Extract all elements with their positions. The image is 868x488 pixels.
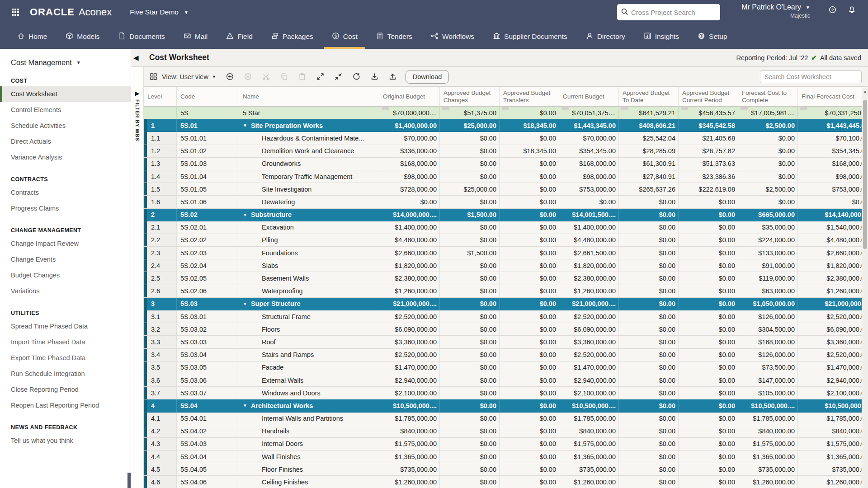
- cell-approved-budget-transfers[interactable]: $0.00: [500, 209, 559, 221]
- tree-collapse-icon[interactable]: ▼: [243, 301, 247, 306]
- cell-level[interactable]: 4.5: [144, 463, 177, 476]
- cell-forecast-cost-to-complete[interactable]: $147,000.00: [738, 374, 798, 387]
- table-row-5S.04.04[interactable]: 4.45S.04.04Wall Finishes$1,365,000.00$0.…: [144, 450, 868, 463]
- cell-approved-budget-changes[interactable]: $0.00: [440, 145, 500, 158]
- cell-approved-budget-changes[interactable]: $0.00: [440, 196, 500, 208]
- cell-approved-budget-current-period[interactable]: $345,542.58: [679, 119, 738, 132]
- cell-final-forecast-cost[interactable]: $10,500,000..: [798, 399, 868, 412]
- nav-item-directory[interactable]: Directory: [586, 24, 625, 49]
- column-header-forecast-cost-to-complete[interactable]: Forecast Cost to Complete: [738, 86, 798, 107]
- cell-approved-budget-current-period[interactable]: $0.00: [679, 209, 738, 221]
- cell-approved-budget-changes[interactable]: $25,000.00: [440, 183, 500, 196]
- cell-approved-budget-to-date[interactable]: $0.00: [619, 476, 679, 488]
- sidebar-item-cost-worksheet[interactable]: Cost Worksheet: [0, 86, 131, 102]
- cell-current-budget[interactable]: $2,520,000.00: [559, 310, 619, 323]
- table-row-5S.03.03[interactable]: 3.35S.03.03Roof$3,360,000.00$0.00$0.00$3…: [144, 336, 868, 348]
- table-row-5S.02[interactable]: 25S.02▼Substructure$14,000,000....$1,500…: [144, 209, 868, 221]
- cell-level[interactable]: 2.2: [144, 234, 177, 247]
- cell-level[interactable]: [144, 107, 177, 119]
- cell-forecast-cost-to-complete[interactable]: $1,365,000.00: [738, 450, 798, 463]
- cell-forecast-cost-to-complete[interactable]: $91,000.00: [738, 259, 798, 272]
- cell-current-budget[interactable]: $168,000.00: [559, 158, 619, 170]
- cell-original-budget[interactable]: $2,100,000.00: [379, 387, 440, 399]
- cell-code[interactable]: 5S.02.05: [177, 272, 239, 285]
- cell-final-forecast-cost[interactable]: $168,000.0: [798, 158, 868, 170]
- cell-approved-budget-transfers[interactable]: $0.00: [500, 298, 559, 310]
- cell-current-budget[interactable]: $98,000.00: [559, 170, 619, 183]
- cell-code[interactable]: 5S.03.07: [177, 387, 239, 399]
- cell-current-budget[interactable]: $21,000,000....: [559, 298, 619, 310]
- cell-level[interactable]: 3.1: [144, 310, 177, 323]
- cell-approved-budget-to-date[interactable]: $27,840.91: [619, 170, 679, 183]
- cell-level[interactable]: 1.6: [144, 196, 177, 208]
- cell-forecast-cost-to-complete[interactable]: $735,000.00: [738, 463, 798, 476]
- cell-original-budget[interactable]: $735,000.00: [379, 463, 440, 476]
- cell-approved-budget-changes[interactable]: $0.00: [440, 158, 500, 170]
- cell-current-budget[interactable]: $1,260,000.00: [559, 476, 619, 488]
- cell-forecast-cost-to-complete[interactable]: $0.00: [738, 196, 798, 208]
- cell-approved-budget-changes[interactable]: $0.00: [440, 413, 500, 425]
- cross-project-search-input[interactable]: [631, 9, 721, 16]
- cell-approved-budget-current-period[interactable]: $0.00: [679, 463, 738, 476]
- cell-approved-budget-current-period[interactable]: $222,619.08: [679, 183, 738, 196]
- cell-code[interactable]: 5S.03.01: [177, 310, 239, 323]
- cell-final-forecast-cost[interactable]: $2,380,000.0: [798, 272, 868, 285]
- cell-approved-budget-current-period[interactable]: $0.00: [679, 272, 738, 285]
- cell-code[interactable]: 5S.03: [177, 298, 239, 310]
- table-row-5S.02.01[interactable]: 2.15S.02.01Excavation$1,400,000.00$0.00$…: [144, 221, 868, 234]
- table-row-5S.03.05[interactable]: 3.55S.03.05Facade$1,470,000.00$0.00$0.00…: [144, 361, 868, 374]
- cell-approved-budget-current-period[interactable]: $0.00: [679, 374, 738, 387]
- cell-final-forecast-cost[interactable]: $840,000.0: [798, 425, 868, 438]
- cell-approved-budget-to-date[interactable]: $61,300.91: [619, 158, 679, 170]
- cell-approved-budget-current-period[interactable]: $0.00: [679, 196, 738, 208]
- table-row-5S.04.02[interactable]: 4.25S.04.02Handrails$840,000.00$0.00$0.0…: [144, 425, 868, 438]
- cell-approved-budget-transfers[interactable]: $0.00: [500, 450, 559, 463]
- column-header-final-forecast-cost[interactable]: Final Forecast Cost: [798, 86, 868, 107]
- cell-name[interactable]: Foundations: [239, 247, 379, 259]
- table-row-5S.03.02[interactable]: 3.25S.03.02Floors$6,090,000.00$0.00$0.00…: [144, 323, 868, 336]
- sidebar-item-direct-actuals[interactable]: Direct Actuals: [0, 134, 131, 150]
- cell-name[interactable]: Handrails: [239, 425, 379, 438]
- sidebar-scrollbar-thumb[interactable]: [127, 473, 131, 488]
- cell-current-budget[interactable]: $3,360,000.00: [559, 336, 619, 348]
- cell-original-budget[interactable]: $1,365,000.00: [379, 450, 440, 463]
- cell-level[interactable]: 1.2: [144, 145, 177, 158]
- table-row-5S.01[interactable]: 15S.01▼Site Preparation Works$1,400,000.…: [144, 119, 868, 132]
- cell-level[interactable]: 3.3: [144, 336, 177, 348]
- cell-approved-budget-changes[interactable]: $1,500.00: [440, 247, 500, 259]
- cell-approved-budget-changes[interactable]: $0.00: [440, 132, 500, 145]
- cell-approved-budget-to-date[interactable]: $0.00: [619, 413, 679, 425]
- module-selector[interactable]: Cost Management ▼: [11, 58, 131, 67]
- sidebar-item-budget-changes[interactable]: Budget Changes: [0, 267, 131, 283]
- cell-level[interactable]: 2.4: [144, 259, 177, 272]
- column-header-approved-budget-current-period[interactable]: Approved Budget Current Period: [679, 86, 738, 107]
- cell-final-forecast-cost[interactable]: $1,540,000.0: [798, 221, 868, 234]
- cell-approved-budget-to-date[interactable]: $408,606.21: [619, 119, 679, 132]
- table-row-5S.03.06[interactable]: 3.65S.03.06External Walls$2,940,000.00$0…: [144, 374, 868, 387]
- scrollbar-thumb[interactable]: [863, 100, 867, 249]
- user-menu[interactable]: Mr Patrick O'Leary ▼ Majestic: [741, 3, 810, 19]
- cell-name[interactable]: ▼Substructure: [239, 209, 379, 221]
- cell-level[interactable]: 2.5: [144, 272, 177, 285]
- cell-code[interactable]: 5S.03.06: [177, 374, 239, 387]
- cell-current-budget[interactable]: $70,051,375....: [559, 107, 619, 119]
- cell-name[interactable]: Waterproofing: [239, 285, 379, 298]
- cell-final-forecast-cost[interactable]: $14,140,000..: [798, 209, 868, 221]
- cell-name[interactable]: ▼Super Structure: [239, 298, 379, 310]
- cell-level[interactable]: 4.2: [144, 425, 177, 438]
- cell-current-budget[interactable]: $1,785,000.00: [559, 413, 619, 425]
- nav-item-tenders[interactable]: Tenders: [376, 24, 412, 49]
- cell-approved-budget-transfers[interactable]: $0.00: [500, 323, 559, 336]
- cell-current-budget[interactable]: $1,400,000.00: [559, 221, 619, 234]
- expand-filter-icon[interactable]: ▶: [131, 90, 143, 97]
- cell-approved-budget-to-date[interactable]: $0.00: [619, 336, 679, 348]
- nav-item-field[interactable]: Field: [226, 24, 253, 49]
- cell-approved-budget-transfers[interactable]: $0.00: [500, 310, 559, 323]
- cell-current-budget[interactable]: $840,000.00: [559, 425, 619, 438]
- cell-code[interactable]: 5S.01.01: [177, 132, 239, 145]
- cell-name[interactable]: Floors: [239, 323, 379, 336]
- cell-approved-budget-transfers[interactable]: $0.00: [500, 183, 559, 196]
- cell-forecast-cost-to-complete[interactable]: $1,785,000.00: [738, 413, 798, 425]
- cell-approved-budget-transfers[interactable]: $0.00: [500, 247, 559, 259]
- cell-original-budget[interactable]: $3,360,000.00: [379, 336, 440, 348]
